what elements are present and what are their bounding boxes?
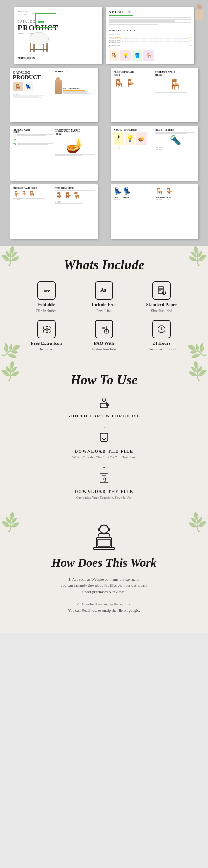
svg-rect-3 <box>33 44 35 52</box>
product-name-left: PRODUCT NAMEHERE <box>114 71 154 77</box>
feature-support: 24 Hours Customer Support <box>135 320 189 352</box>
toc-mini: TABLE OF CONTENT <box>63 88 95 94</box>
paper-icon <box>152 281 171 300</box>
svg-rect-4 <box>43 44 44 52</box>
yellow-chair: 🪑 <box>64 192 72 200</box>
spread-chairs-cat-left: PRODUCT NAME HERE 🪑 🪑 🪑 Price: $0.00 <box>13 187 53 236</box>
lamp-right-title: ITEM TITLE HERE <box>155 129 195 131</box>
chairs-row-left: 🪑 🪑 <box>114 78 154 88</box>
lamp-thumb-3: 🪔 <box>136 132 147 145</box>
step-2-subtitle: Which Contains The Link To Your Template <box>72 456 136 459</box>
lamp-thumb-2: 💡 <box>125 132 135 145</box>
spread-chairs-list: PRODUCT NAMEHERE 01 02 03 <box>10 126 98 181</box>
how-to-use-heading: How To Use <box>7 372 201 387</box>
spread-left-1: CATALOG PRODUCT 🪑 💺 CONTENTS <box>13 71 53 120</box>
spread-mixed-left: 💺 💺 ITEM TITLE HERE Price: $0.00 <box>114 187 154 236</box>
num-02: 02 <box>13 139 16 142</box>
editable-subtitle: File Included <box>36 308 56 313</box>
whats-include-heading: Whats Include <box>7 257 201 272</box>
how-to-use-section: 🌿 🌿 How To Use ADD TO CART & PURCHASE ↓ <box>0 361 208 512</box>
mini-chair-gray: 💺 <box>24 82 33 91</box>
how-does-work-section: 🌿 🌿 How Does This Work 1. Ass soon as We… <box>0 512 208 633</box>
item-lines-2 <box>17 139 53 142</box>
svg-rect-5 <box>30 49 48 50</box>
num-03: 03 <box>13 143 16 146</box>
step-2: DOWNLOAD THE FILE Which Contains The Lin… <box>72 432 136 459</box>
spread-catalog: CATALOG PRODUCT 🪑 💺 CONTENTS ABOUT US <box>10 68 98 122</box>
about-mockup: ABOUT US TABLE OF CONTENT ITEM TITLE HER… <box>106 7 194 64</box>
item-lines-1 <box>17 134 53 138</box>
spread-lamps: PRODUCT NAME HERE 🕯 💡 🪔 Price: $0.00 Pri… <box>111 126 198 181</box>
toc-line-3: ITEM TITLE HERE03 <box>109 39 191 42</box>
font-title: Include Free <box>92 302 116 307</box>
paper-subtitle: Size Included <box>151 308 172 313</box>
spread-product-left: PRODUCT NAMEHERE 🪑 🪑 <box>114 71 154 120</box>
product-price-left <box>114 90 154 91</box>
about-text-lines <box>109 15 191 25</box>
mixed-price-2: Price: $0.00 <box>155 198 195 200</box>
spread-product-1: PRODUCT NAMEHERE 🪑 🪑 PRODUCT NAMEHERE 🪑 <box>111 68 198 122</box>
worker-svg <box>90 523 118 551</box>
white-chair-2: 💺 <box>123 187 132 195</box>
svg-rect-12 <box>158 287 164 294</box>
step-1-title: ADD TO CART & PURCHASE <box>67 414 141 419</box>
blue-chair-2: 🪑 <box>165 187 173 195</box>
issue-date-value: 01 / 01 / 2024 <box>18 14 99 16</box>
toc-line-4: ITEM TITLE HERE04 <box>109 42 191 44</box>
lamp-product-name: PRODUCT NAMEHERE <box>55 129 95 136</box>
work-step-1-desc: 1. Ass soon as Website confirms the paym… <box>19 577 189 595</box>
how-does-work-heading: How Does This Work <box>7 556 201 569</box>
spread-lamps-left: PRODUCT NAME HERE 🕯 💡 🪔 Price: $0.00 Pri… <box>114 129 154 178</box>
chairs-cat-title: PRODUCT NAME HERE <box>13 187 53 189</box>
work-steps-container: 1. Ass soon as Website confirms the paym… <box>19 577 189 614</box>
lamp-icon: 🪔 <box>55 137 95 154</box>
product-name-right: PRODUCT NAMEHERE <box>155 71 195 77</box>
svg-point-21 <box>43 330 47 333</box>
svg-line-30 <box>161 329 163 330</box>
spread-product-right: PRODUCT NAMEHERE 🪑 <box>155 71 195 120</box>
text-line-4 <box>109 22 191 23</box>
toc-section: TABLE OF CONTENT ITEM TITLE HERE01 ITEM … <box>109 29 191 61</box>
svg-point-20 <box>47 326 50 330</box>
faq-icon: ? <box>95 320 113 338</box>
faq-title: FAQ With <box>94 340 114 346</box>
spread-chairs-list-left: PRODUCT NAMEHERE 01 02 03 <box>13 129 53 178</box>
svg-rect-2 <box>46 43 48 52</box>
whats-include-section: 🌿 🌿 🌿 🌿 Whats Include Editable File Incl… <box>0 246 208 361</box>
paper-title: Standerd Paper <box>146 302 177 307</box>
chair-black-2: 🪑 <box>125 78 136 88</box>
black-chair-1: 🪑 <box>55 192 63 200</box>
toc-line-1: ITEM TITLE HERE01 <box>109 33 191 36</box>
svg-rect-44 <box>108 528 110 531</box>
spread-contents-list: CONTENTS <box>13 93 53 98</box>
desk-lamp-icon: 🔦 <box>155 135 195 146</box>
work-step-1: 1. Ass soon as Website confirms the paym… <box>19 577 189 595</box>
spread-product-label: PRODUCT <box>13 74 53 80</box>
green-border-box <box>35 13 56 28</box>
chair-large: 🪑 <box>155 78 195 91</box>
spread-right-1: ABOUT US TABLE OF CONTENT <box>55 71 95 120</box>
step-3-subtitle: Customize Your Template, Save & Use <box>76 496 132 499</box>
leaf-bottom-right: 🌿 <box>186 339 208 361</box>
svg-point-31 <box>102 398 106 402</box>
step-2-icon <box>98 432 110 447</box>
support-title: 24 Hours <box>153 340 171 346</box>
step-3-title: DOWNLOAD THE FILE <box>75 489 133 494</box>
features-grid: Editable File Included Aa Include Free F… <box>19 281 189 352</box>
author-section: ARTFUL DESIGN www.example.com <box>18 57 35 61</box>
spread-lamps-right: ITEM TITLE HERE 🔦 Price: $0.00 Price: $0… <box>155 129 195 178</box>
white-chair-1: 💺 <box>114 187 122 195</box>
step-3-icon <box>98 472 110 487</box>
text-line-3 <box>109 20 175 22</box>
work-step-2-desc: 2. Download and unzip the zip file.You c… <box>19 601 189 614</box>
step-3: DOWNLOAD THE FILE Customize Your Templat… <box>75 472 133 499</box>
chair-cat-1: 🪑 <box>13 190 20 197</box>
support-subtitle: Customer Support <box>147 347 176 351</box>
toc-lines: ITEM TITLE HERE01 ITEM TITLE HERE02 ITEM… <box>109 33 191 47</box>
spread-person-area: TABLE OF CONTENT <box>55 80 95 94</box>
spread-chairs-cat-right: ITEM TITLE HERE 🪑 🪑 🪑 Price: $0.00 <box>55 187 95 236</box>
item-row-2: 02 <box>13 139 53 142</box>
arrow-1: ↓ <box>102 422 106 429</box>
lamp-prices: Price: $0.00 Price: $0.00 <box>114 146 154 150</box>
chair-illustration <box>25 28 53 56</box>
